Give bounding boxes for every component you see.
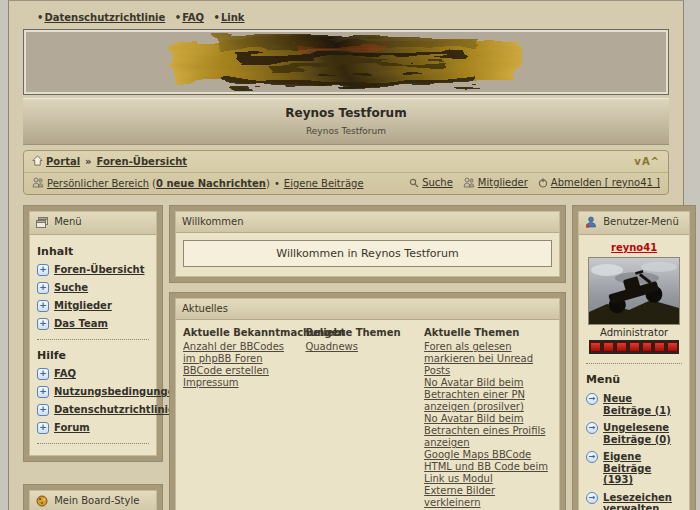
breadcrumb-separator: »: [85, 156, 91, 167]
menu-panel: Menü Inhalt + Foren-Übersicht: [23, 205, 163, 462]
personal-area-link[interactable]: Persönlicher Bereich: [47, 178, 149, 189]
top-link-anchor[interactable]: Datenschutzrichtlinie: [44, 12, 165, 23]
user-menu-item: → Ungelesene Beiträge (0): [586, 422, 682, 445]
user-bar: Persönlicher Bereich 0 neue Nachrichten …: [24, 172, 668, 194]
menu-divider: [37, 339, 149, 340]
news-link[interactable]: HTML und BB Code beim Link us Modul: [424, 461, 548, 484]
search-icon: [409, 178, 419, 190]
news-link[interactable]: Externe Bilder verkleinern: [424, 485, 495, 508]
font-size-widget[interactable]: vA^: [634, 156, 660, 167]
arrow-icon: →: [586, 393, 598, 405]
news-link[interactable]: Foren als gelesen markieren bei Unread P…: [424, 341, 533, 376]
power-icon: [538, 178, 548, 190]
news-link[interactable]: BBCode erstellen: [183, 365, 269, 376]
main-columns: Menü Inhalt + Foren-Übersicht: [23, 205, 669, 510]
home-icon: [32, 155, 43, 168]
members-link[interactable]: Mitglieder: [478, 177, 528, 188]
menu-item: + Nutzungsbedingungen: [37, 386, 149, 398]
welcome-panel: Willkommen Willkommen in Reynos Testforu…: [169, 205, 566, 283]
page-wrapper: Datenschutzrichtlinie FAQ Link: [8, 0, 684, 510]
news-title: Aktuelles: [182, 303, 228, 314]
menu-link[interactable]: Foren-Übersicht: [54, 264, 144, 276]
arrow-icon: →: [586, 451, 598, 463]
news-link[interactable]: No Avatar Bild beim Betrachten einer PN …: [424, 377, 525, 412]
user-icon: [32, 177, 44, 190]
logout-item: Abmelden [ reyno41 ]: [538, 177, 660, 190]
menu-item: + Suche: [37, 282, 149, 294]
user-menu-item: → Lesezeichen verwalten: [586, 492, 682, 510]
plus-icon: +: [37, 368, 49, 380]
news-item: Foren als gelesen markieren bei Unread P…: [424, 341, 552, 377]
own-posts-link[interactable]: Eigene Beiträge: [284, 178, 364, 189]
menu-item: + Forum: [37, 422, 149, 434]
menu-link[interactable]: Forum: [54, 422, 90, 434]
news-link[interactable]: Impressum: [183, 377, 239, 388]
menu-section-heading-hilfe: Hilfe: [37, 349, 149, 362]
news-col-heading: Beliebte Themen: [305, 327, 416, 339]
top-link-anchor[interactable]: Link: [221, 12, 245, 23]
news-item: Google Maps BBCode: [424, 449, 552, 461]
user-menu-link[interactable]: Lesezeichen verwalten: [603, 492, 682, 510]
site-subtitle: Reynos Testforum: [23, 126, 669, 136]
user-menu-link[interactable]: Eigene Beiträge (193): [603, 451, 682, 486]
search-item: Suche: [409, 177, 453, 190]
menu-link[interactable]: Datenschutzrichtlinie: [54, 404, 175, 416]
board-style-header: Mein Board-Style: [30, 491, 156, 510]
news-link[interactable]: Google Maps BBCode: [424, 449, 531, 460]
user-menu-divider: [586, 363, 682, 364]
menu-block-header: Menü: [30, 212, 156, 235]
center-column: Willkommen Willkommen in Reynos Testforu…: [169, 205, 566, 510]
menu-link[interactable]: Suche: [54, 282, 88, 294]
news-item: Impressum: [183, 377, 297, 389]
members-item: Mitglieder: [463, 177, 528, 190]
news-item: No Avatar Bild beim Betrachten einer PN …: [424, 377, 552, 413]
news-link[interactable]: Quadnews: [305, 341, 358, 352]
breadcrumb-portal-link[interactable]: Portal: [46, 156, 80, 167]
username-wrap: reyno41: [586, 242, 682, 253]
banner-splash-image: [146, 31, 546, 93]
news-link[interactable]: No Avatar Bild beim Betrachten eines Pro…: [424, 413, 545, 448]
site-title-bar: Reynos Testforum Reynos Testforum: [23, 98, 669, 145]
username-link[interactable]: reyno41: [611, 242, 657, 253]
logout-link[interactable]: Abmelden [ reyno41 ]: [551, 177, 660, 188]
search-link[interactable]: Suche: [422, 177, 453, 188]
user-menu-link[interactable]: Ungelesene Beiträge (0): [603, 422, 682, 445]
user-rank-stars: [589, 340, 679, 354]
menu-link[interactable]: Das Team: [54, 318, 108, 330]
menu-list-hilfe: + FAQ + Nutzungsbedingungen +: [37, 368, 149, 434]
user-menu-title: Benutzer-Menü: [603, 216, 679, 227]
news-col-popular: Beliebte Themen Quadnews: [305, 327, 416, 510]
top-link-anchor[interactable]: FAQ: [182, 12, 204, 23]
user-menu-panel: Benutzer-Menü reyno41: [572, 205, 696, 510]
menu-link[interactable]: FAQ: [54, 368, 76, 380]
news-item: Externe Bilder verkleinern: [424, 485, 552, 509]
breadcrumb-current-link[interactable]: Foren-Übersicht: [97, 156, 187, 167]
user-menu-header: Benutzer-Menü: [579, 212, 689, 235]
menu-item: + Mitglieder: [37, 300, 149, 312]
user-rank-title: Administrator: [586, 327, 682, 338]
palette-icon: [36, 495, 48, 509]
menu-item: + Das Team: [37, 318, 149, 330]
plus-icon: +: [37, 386, 49, 398]
user-menu-item: → Neue Beiträge (1): [586, 393, 682, 416]
plus-icon: +: [37, 422, 49, 434]
user-bar-right: Suche Mitglieder Abmelden [ reyno41 ]: [409, 177, 660, 190]
top-link: Datenschutzrichtlinie: [37, 12, 165, 23]
user-menu-heading: Menü: [586, 373, 682, 386]
menu-link[interactable]: Nutzungsbedingungen: [54, 386, 182, 398]
news-link[interactable]: Anzahl der BBCodes im phpBB Foren: [183, 341, 284, 364]
welcome-message: Willkommen in Reynos Testforum: [183, 240, 552, 267]
header-banner: [23, 29, 669, 95]
right-column: Benutzer-Menü reyno41: [572, 205, 696, 510]
news-item: BBCode erstellen: [183, 365, 297, 377]
breadcrumb: Portal » Foren-Übersicht vA^: [24, 151, 668, 172]
new-messages-link[interactable]: 0 neue Nachrichten: [156, 178, 266, 189]
plus-icon: +: [37, 264, 49, 276]
user-menu-link[interactable]: Neue Beiträge (1): [603, 393, 682, 416]
new-messages-wrap: 0 neue Nachrichten: [152, 178, 270, 189]
news-item: Anzahl der BBCodes im phpBB Foren: [183, 341, 297, 365]
menu-link[interactable]: Mitglieder: [54, 300, 112, 312]
menu-item: + Foren-Übersicht: [37, 264, 149, 276]
news-header: Aktuelles: [176, 299, 559, 320]
arrow-icon: →: [586, 492, 598, 504]
